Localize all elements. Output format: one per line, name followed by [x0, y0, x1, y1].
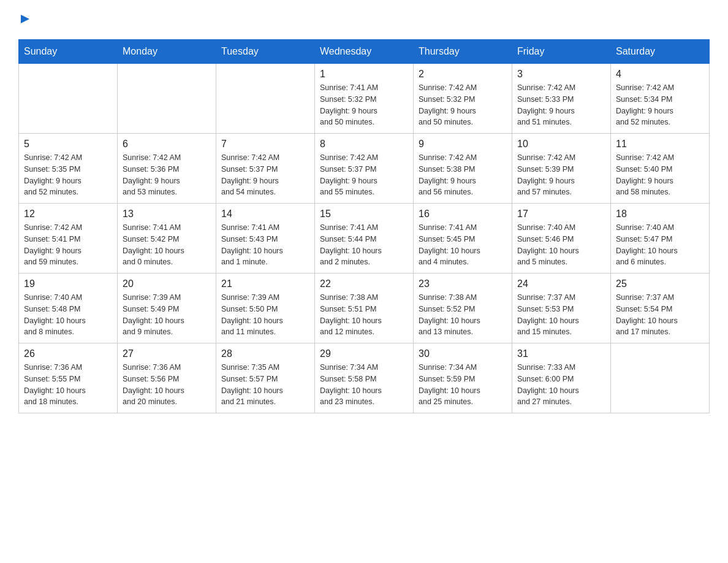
calendar-cell: 17Sunrise: 7:40 AM Sunset: 5:46 PM Dayli… — [512, 204, 611, 274]
day-info: Sunrise: 7:42 AM Sunset: 5:41 PM Dayligh… — [24, 222, 112, 268]
calendar-cell: 14Sunrise: 7:41 AM Sunset: 5:43 PM Dayli… — [216, 204, 315, 274]
calendar-cell: 13Sunrise: 7:41 AM Sunset: 5:42 PM Dayli… — [118, 204, 216, 274]
day-info: Sunrise: 7:36 AM Sunset: 5:55 PM Dayligh… — [24, 362, 112, 408]
day-number: 29 — [320, 348, 408, 359]
calendar-cell: 31Sunrise: 7:33 AM Sunset: 6:00 PM Dayli… — [512, 343, 611, 413]
day-number: 25 — [616, 278, 704, 289]
day-info: Sunrise: 7:42 AM Sunset: 5:32 PM Dayligh… — [419, 82, 507, 128]
calendar-cell: 15Sunrise: 7:41 AM Sunset: 5:44 PM Dayli… — [315, 204, 414, 274]
calendar-cell: 9Sunrise: 7:42 AM Sunset: 5:38 PM Daylig… — [414, 134, 512, 204]
day-number: 28 — [221, 348, 309, 359]
calendar-cell: 19Sunrise: 7:40 AM Sunset: 5:48 PM Dayli… — [19, 274, 118, 343]
logo — [18, 12, 31, 27]
day-info: Sunrise: 7:34 AM Sunset: 5:59 PM Dayligh… — [419, 362, 507, 408]
day-number: 24 — [517, 278, 605, 289]
day-number: 26 — [24, 348, 112, 359]
calendar-cell — [118, 64, 216, 134]
day-number: 3 — [517, 69, 605, 80]
day-number: 30 — [419, 348, 507, 359]
calendar-cell: 7Sunrise: 7:42 AM Sunset: 5:37 PM Daylig… — [216, 134, 315, 204]
day-number: 16 — [419, 209, 507, 220]
calendar-week-row: 1Sunrise: 7:41 AM Sunset: 5:32 PM Daylig… — [19, 64, 710, 134]
calendar-cell — [611, 343, 710, 413]
day-info: Sunrise: 7:36 AM Sunset: 5:56 PM Dayligh… — [123, 362, 211, 408]
day-info: Sunrise: 7:39 AM Sunset: 5:49 PM Dayligh… — [123, 292, 211, 338]
calendar-cell: 25Sunrise: 7:37 AM Sunset: 5:54 PM Dayli… — [611, 274, 710, 343]
day-number: 12 — [24, 209, 112, 220]
day-info: Sunrise: 7:42 AM Sunset: 5:36 PM Dayligh… — [123, 152, 211, 198]
calendar-week-row: 5Sunrise: 7:42 AM Sunset: 5:35 PM Daylig… — [19, 134, 710, 204]
day-info: Sunrise: 7:41 AM Sunset: 5:32 PM Dayligh… — [320, 82, 408, 128]
calendar-week-row: 12Sunrise: 7:42 AM Sunset: 5:41 PM Dayli… — [19, 204, 710, 274]
calendar-cell: 10Sunrise: 7:42 AM Sunset: 5:39 PM Dayli… — [512, 134, 611, 204]
day-number: 1 — [320, 69, 408, 80]
calendar-cell: 6Sunrise: 7:42 AM Sunset: 5:36 PM Daylig… — [118, 134, 216, 204]
calendar-cell: 20Sunrise: 7:39 AM Sunset: 5:49 PM Dayli… — [118, 274, 216, 343]
day-number: 17 — [517, 209, 605, 220]
day-number: 15 — [320, 209, 408, 220]
calendar-day-header: Thursday — [414, 40, 512, 64]
calendar-week-row: 26Sunrise: 7:36 AM Sunset: 5:55 PM Dayli… — [19, 343, 710, 413]
day-number: 18 — [616, 209, 704, 220]
calendar: SundayMondayTuesdayWednesdayThursdayFrid… — [18, 39, 710, 413]
calendar-cell: 3Sunrise: 7:42 AM Sunset: 5:33 PM Daylig… — [512, 64, 611, 134]
day-number: 4 — [616, 69, 704, 80]
svg-marker-0 — [21, 15, 29, 23]
calendar-day-header: Friday — [512, 40, 611, 64]
header — [18, 12, 710, 27]
calendar-cell: 11Sunrise: 7:42 AM Sunset: 5:40 PM Dayli… — [611, 134, 710, 204]
day-info: Sunrise: 7:42 AM Sunset: 5:40 PM Dayligh… — [616, 152, 704, 198]
calendar-day-header: Sunday — [19, 40, 118, 64]
day-number: 8 — [320, 139, 408, 150]
calendar-day-header: Tuesday — [216, 40, 315, 64]
day-info: Sunrise: 7:41 AM Sunset: 5:44 PM Dayligh… — [320, 222, 408, 268]
day-info: Sunrise: 7:42 AM Sunset: 5:39 PM Dayligh… — [517, 152, 605, 198]
calendar-cell: 21Sunrise: 7:39 AM Sunset: 5:50 PM Dayli… — [216, 274, 315, 343]
calendar-cell: 24Sunrise: 7:37 AM Sunset: 5:53 PM Dayli… — [512, 274, 611, 343]
calendar-cell: 29Sunrise: 7:34 AM Sunset: 5:58 PM Dayli… — [315, 343, 414, 413]
calendar-cell: 26Sunrise: 7:36 AM Sunset: 5:55 PM Dayli… — [19, 343, 118, 413]
day-number: 2 — [419, 69, 507, 80]
day-info: Sunrise: 7:42 AM Sunset: 5:38 PM Dayligh… — [419, 152, 507, 198]
day-info: Sunrise: 7:38 AM Sunset: 5:51 PM Dayligh… — [320, 292, 408, 338]
calendar-header-row: SundayMondayTuesdayWednesdayThursdayFrid… — [19, 40, 710, 64]
day-number: 19 — [24, 278, 112, 289]
day-info: Sunrise: 7:42 AM Sunset: 5:35 PM Dayligh… — [24, 152, 112, 198]
logo-arrow-icon — [20, 13, 31, 25]
calendar-week-row: 19Sunrise: 7:40 AM Sunset: 5:48 PM Dayli… — [19, 274, 710, 343]
calendar-cell: 12Sunrise: 7:42 AM Sunset: 5:41 PM Dayli… — [19, 204, 118, 274]
day-info: Sunrise: 7:40 AM Sunset: 5:46 PM Dayligh… — [517, 222, 605, 268]
day-number: 31 — [517, 348, 605, 359]
calendar-cell: 28Sunrise: 7:35 AM Sunset: 5:57 PM Dayli… — [216, 343, 315, 413]
day-info: Sunrise: 7:35 AM Sunset: 5:57 PM Dayligh… — [221, 362, 309, 408]
calendar-cell: 4Sunrise: 7:42 AM Sunset: 5:34 PM Daylig… — [611, 64, 710, 134]
day-number: 11 — [616, 139, 704, 150]
calendar-cell: 22Sunrise: 7:38 AM Sunset: 5:51 PM Dayli… — [315, 274, 414, 343]
day-info: Sunrise: 7:40 AM Sunset: 5:48 PM Dayligh… — [24, 292, 112, 338]
day-info: Sunrise: 7:41 AM Sunset: 5:43 PM Dayligh… — [221, 222, 309, 268]
day-number: 22 — [320, 278, 408, 289]
day-info: Sunrise: 7:38 AM Sunset: 5:52 PM Dayligh… — [419, 292, 507, 338]
day-info: Sunrise: 7:37 AM Sunset: 5:53 PM Dayligh… — [517, 292, 605, 338]
day-number: 6 — [123, 139, 211, 150]
day-number: 10 — [517, 139, 605, 150]
day-info: Sunrise: 7:40 AM Sunset: 5:47 PM Dayligh… — [616, 222, 704, 268]
day-info: Sunrise: 7:41 AM Sunset: 5:42 PM Dayligh… — [123, 222, 211, 268]
day-info: Sunrise: 7:34 AM Sunset: 5:58 PM Dayligh… — [320, 362, 408, 408]
day-number: 23 — [419, 278, 507, 289]
calendar-day-header: Wednesday — [315, 40, 414, 64]
calendar-cell: 5Sunrise: 7:42 AM Sunset: 5:35 PM Daylig… — [19, 134, 118, 204]
day-number: 14 — [221, 209, 309, 220]
calendar-cell: 2Sunrise: 7:42 AM Sunset: 5:32 PM Daylig… — [414, 64, 512, 134]
calendar-cell: 16Sunrise: 7:41 AM Sunset: 5:45 PM Dayli… — [414, 204, 512, 274]
calendar-cell: 23Sunrise: 7:38 AM Sunset: 5:52 PM Dayli… — [414, 274, 512, 343]
calendar-day-header: Saturday — [611, 40, 710, 64]
day-number: 7 — [221, 139, 309, 150]
calendar-cell: 27Sunrise: 7:36 AM Sunset: 5:56 PM Dayli… — [118, 343, 216, 413]
day-info: Sunrise: 7:42 AM Sunset: 5:37 PM Dayligh… — [221, 152, 309, 198]
calendar-cell — [216, 64, 315, 134]
day-number: 27 — [123, 348, 211, 359]
calendar-cell: 8Sunrise: 7:42 AM Sunset: 5:37 PM Daylig… — [315, 134, 414, 204]
day-info: Sunrise: 7:42 AM Sunset: 5:33 PM Dayligh… — [517, 82, 605, 128]
day-number: 20 — [123, 278, 211, 289]
